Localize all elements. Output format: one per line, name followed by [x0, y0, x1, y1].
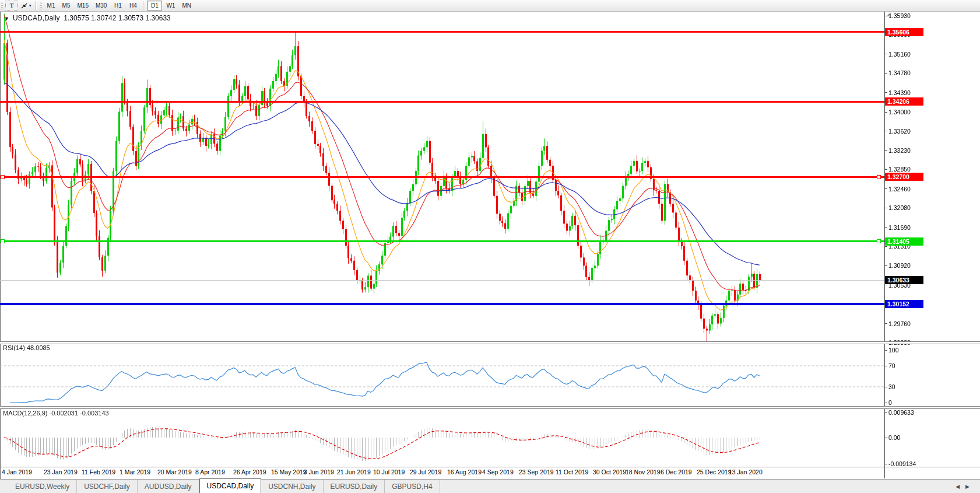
timeframe-button-m1[interactable]: M1 [44, 1, 58, 10]
date-axis-label: 25 Dec 2019 [697, 468, 732, 475]
text-tool-button[interactable]: T [5, 1, 18, 11]
price-axis-label: 1.29760 [888, 320, 911, 327]
resistance-line[interactable] [0, 101, 884, 103]
macd-axis-label: 0.009633 [888, 409, 914, 416]
date-axis-label: 23 Jan 2019 [44, 468, 78, 475]
price-tick [884, 188, 887, 189]
chart-tab-gbpusd[interactable]: GBPUSD,H4 [385, 480, 440, 493]
price-axis-label: 1.35930 [888, 12, 911, 19]
price-level-badge: 1.30152 [885, 300, 923, 308]
price-level-badge: 1.34206 [885, 97, 923, 106]
date-axis-label: 16 Aug 2019 [447, 468, 482, 475]
rsi-tick [884, 387, 887, 387]
price-axis-label: 1.34780 [888, 69, 911, 76]
price-axis-label: 1.30920 [888, 262, 911, 269]
price-tick [884, 131, 887, 131]
candlestick-chart[interactable] [0, 11, 886, 467]
symbol-dropdown-icon[interactable]: ▼ [4, 16, 9, 22]
price-tick [884, 54, 887, 54]
timeframe-button-w1[interactable]: W1 [163, 1, 178, 10]
toolbar-separator [143, 1, 144, 10]
resistance-line[interactable] [0, 31, 884, 33]
macd-tick [884, 464, 887, 464]
timeframe-button-d1[interactable]: D1 [147, 1, 162, 11]
macd-tick [884, 438, 887, 438]
date-axis-label: 13 Jan 2020 [729, 468, 763, 475]
arrows-tool-button[interactable]: ▾ [19, 1, 33, 10]
support-line[interactable] [0, 240, 884, 242]
chart-tab-audusd[interactable]: AUDUSD,Daily [138, 480, 199, 493]
chart-tab-usdchf[interactable]: USDCHF,Daily [77, 480, 138, 493]
date-axis-label: 6 Dec 2019 [661, 468, 692, 475]
rsi-tick [884, 366, 887, 366]
toolbar-grip[interactable] [40, 2, 42, 9]
price-level-badge: 1.35606 [885, 28, 923, 36]
price-level-badge: 1.31405 [885, 237, 923, 246]
panel-splitter[interactable] [0, 406, 980, 409]
date-axis-label: 11 Oct 2019 [556, 468, 588, 475]
price-axis-label: 1.31690 [888, 224, 911, 231]
bid-price-badge: 1.30633 [885, 276, 923, 284]
chart-title: ▼USDCAD,Daily 1.30575 1.30742 1.30573 1.… [4, 14, 171, 22]
chart-ohlc-values: 1.30575 1.30742 1.30573 1.30633 [64, 14, 171, 22]
rsi-axis-label: 70 [888, 362, 895, 369]
chart-tab-eurusd[interactable]: EURUSD,Daily [324, 480, 385, 493]
panel-splitter[interactable] [0, 341, 980, 344]
macd-indicator-label: MACD(12,26,9) -0.002031 -0.003143 [3, 410, 109, 417]
resistance-line[interactable] [0, 176, 884, 178]
price-tick [884, 285, 887, 285]
date-axis-label: 11 Feb 2019 [82, 468, 115, 475]
price-axis-label: 1.34000 [888, 109, 911, 116]
toolbar-grip[interactable] [1, 2, 3, 9]
rsi-current-value: 48.0085 [27, 344, 50, 351]
arrows-tool-icon [20, 2, 28, 9]
date-axis-label: 21 Jun 2019 [337, 468, 371, 475]
macd-axis-label: 0.00 [888, 434, 900, 441]
date-axis-label: 8 Apr 2019 [195, 468, 225, 475]
line-handle[interactable] [1, 239, 5, 243]
axis-scroll-arrow-icon[interactable]: ▲ [886, 12, 891, 18]
timeframe-button-m30[interactable]: M30 [93, 1, 110, 10]
timeframe-button-m15[interactable]: M15 [75, 1, 92, 10]
price-axis-label: 1.32080 [888, 204, 911, 211]
chevron-down-icon: ▾ [29, 4, 31, 8]
date-axis-label: 30 Oct 2019 [593, 468, 626, 475]
price-tick [884, 92, 887, 93]
macd-panel-border [0, 467, 980, 467]
chart-tab-usdcnh[interactable]: USDCNH,Daily [261, 480, 323, 493]
date-axis-label: 10 Jul 2019 [373, 468, 405, 475]
price-axis-label: 1.33620 [888, 128, 911, 135]
line-handle[interactable] [1, 175, 5, 179]
price-level-badge: 1.32700 [885, 173, 923, 181]
price-tick [884, 112, 887, 113]
line-handle[interactable] [877, 239, 881, 243]
date-axis-label: 1 Mar 2019 [120, 468, 150, 475]
date-axis-label: 26 Apr 2019 [233, 468, 266, 475]
rsi-axis-label: 100 [888, 347, 899, 354]
price-tick [884, 73, 887, 74]
line-handle[interactable] [877, 175, 881, 179]
tab-scroll-right-icon[interactable]: ▶ [965, 484, 975, 489]
chart-symbol-label: USDCAD,Daily [13, 14, 60, 22]
chart-tabs: EURUSD,WeeklyUSDCHF,DailyAUDUSD,DailyUSD… [8, 480, 440, 493]
timeframe-button-m5[interactable]: M5 [59, 1, 73, 10]
support-line[interactable] [0, 303, 884, 305]
price-tick [884, 265, 887, 266]
terminal-window: T ▾ M1M5M15M30H1H4D1W1MN ▼USDCAD,Daily 1… [0, 0, 980, 493]
tab-scroll-left-icon[interactable]: ◀ [956, 484, 965, 489]
price-tick [884, 208, 887, 208]
date-axis-label: 18 Nov 2019 [626, 468, 661, 475]
price-tick [884, 169, 887, 170]
rsi-axis-label: 0 [888, 399, 892, 406]
date-axis-label: 20 Mar 2019 [157, 468, 192, 475]
timeframe-group: M1M5M15M30H1H4D1W1MN [44, 1, 195, 11]
chart-tab-bar: EURUSD,WeeklyUSDCHF,DailyAUDUSD,DailyUSD… [0, 479, 980, 493]
chart-tab-usdcad[interactable]: USDCAD,Daily [199, 478, 262, 493]
timeframe-button-h1[interactable]: H1 [111, 1, 125, 10]
date-axis-label: 23 Sep 2019 [519, 468, 554, 475]
chart-tab-eurusd[interactable]: EURUSD,Weekly [8, 480, 77, 493]
price-axis-label: 1.32850 [888, 166, 911, 173]
timeframe-button-h4[interactable]: H4 [126, 1, 140, 10]
timeframe-button-mn[interactable]: MN [179, 1, 194, 10]
price-tick [884, 227, 887, 228]
